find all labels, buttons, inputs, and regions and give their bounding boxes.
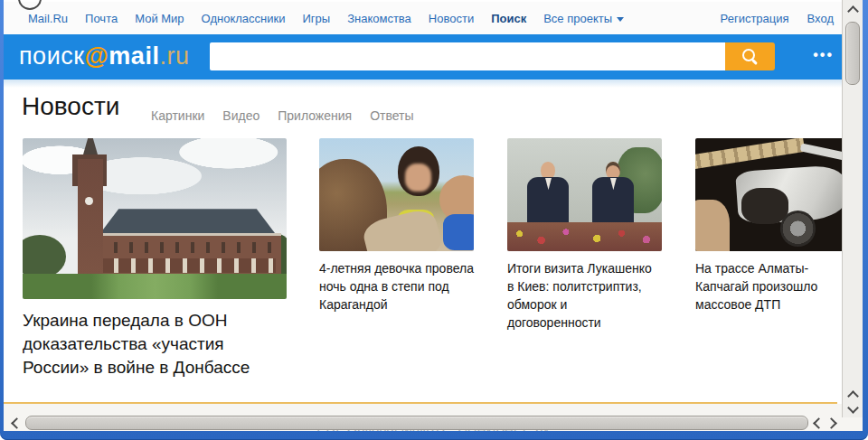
poisk-mailru-logo[interactable]: поиск@mail.ru (19, 42, 189, 71)
image-shape (545, 178, 552, 190)
image-shape (405, 164, 431, 192)
image-shape (78, 159, 103, 275)
vertical-scroll-thumb[interactable] (845, 22, 860, 85)
image-shape (507, 222, 662, 252)
article-image-crash[interactable] (695, 138, 850, 251)
tab-kartinki[interactable]: Картинки (151, 108, 204, 123)
horizontal-scroll-thumb[interactable] (25, 416, 808, 430)
image-shape (443, 214, 474, 250)
topbar-link-all-projects[interactable]: Все проекты (543, 12, 624, 25)
article-image-presidents[interactable] (507, 138, 662, 251)
image-shape (99, 209, 277, 234)
topbar-link-novosti[interactable]: Новости (429, 12, 474, 25)
page-title: Новости (22, 92, 119, 121)
topbar-link-znakomstva[interactable]: Знакомства (347, 12, 411, 25)
article-title[interactable]: Украина передала в ООН доказательства «у… (23, 309, 287, 379)
news-card: Итоги визита Лукашенко в Киев: политстри… (507, 138, 662, 332)
article-image-girl[interactable] (319, 138, 474, 251)
scroll-left-icon[interactable] (813, 417, 825, 429)
image-shape (741, 188, 788, 224)
topbar-link-moymir[interactable]: Мой Мир (135, 12, 184, 25)
vertical-scrollbar[interactable] (842, 0, 863, 417)
article-image-peace-palace[interactable] (23, 138, 287, 299)
more-menu-button[interactable]: ••• (813, 47, 834, 63)
logo-tld: .ru (159, 42, 189, 70)
topbar-nav: Mail.Ru Почта Мой Мир Одноклассники Игры… (28, 12, 624, 25)
all-projects-label: Все проекты (543, 12, 612, 25)
search-header: поиск@mail.ru ••• (4, 34, 863, 80)
image-shape (695, 138, 806, 170)
search-input[interactable] (210, 42, 725, 70)
image-shape (610, 178, 617, 190)
news-card: Украина передала в ООН доказательства «у… (23, 138, 287, 379)
image-shape (23, 274, 287, 299)
horizontal-scrollbar[interactable] (9, 415, 839, 431)
scroll-right-icon[interactable] (826, 417, 837, 429)
header-fade (4, 80, 863, 88)
news-card: На трассе Алматы-Капчагай произошло масс… (695, 138, 850, 314)
topbar-link-igry[interactable]: Игры (302, 12, 330, 25)
login-link[interactable]: Вход (807, 12, 834, 25)
image-shape (780, 211, 816, 247)
search-vertical-tabs: Картинки Видео Приложения Ответы (151, 108, 414, 123)
search-button[interactable] (725, 42, 775, 70)
article-title[interactable]: Итоги визита Лукашенко в Киев: политстри… (507, 259, 662, 332)
logo-search-word: поиск (19, 42, 85, 70)
image-shape (23, 235, 66, 278)
auth-links: Регистрация Вход (721, 12, 834, 25)
topbar-link-pochta[interactable]: Почта (85, 12, 118, 25)
logo-at-icon: @ (85, 42, 109, 70)
tab-video[interactable]: Видео (222, 108, 259, 123)
topbar-link-mailru[interactable]: Mail.Ru (28, 12, 68, 25)
page: Mail.Ru Почта Мой Мир Одноклассники Игры… (4, 0, 863, 431)
article-title[interactable]: 4-летняя девочка провела ночь одна в сте… (319, 259, 474, 314)
scroll-left-icon[interactable] (11, 417, 23, 429)
image-shape (695, 200, 730, 252)
register-link[interactable]: Регистрация (721, 12, 789, 25)
logo-brand: mail (108, 42, 159, 70)
scroll-down-icon[interactable] (847, 402, 859, 414)
chevron-down-icon (617, 17, 624, 22)
tab-prilozheniya[interactable]: Приложения (278, 108, 352, 123)
image-shape (91, 233, 281, 275)
browser-window: Mail.Ru Почта Мой Мир Одноклассники Игры… (0, 0, 868, 440)
topbar: Mail.Ru Почта Мой Мир Одноклассники Игры… (4, 2, 863, 34)
topbar-link-poisk-active[interactable]: Поиск (491, 12, 526, 25)
magnifier-icon (742, 49, 755, 61)
scroll-up-icon[interactable] (847, 5, 859, 17)
article-title[interactable]: На трассе Алматы-Капчагай произошло масс… (695, 259, 850, 314)
scroll-up-icon[interactable] (847, 390, 859, 402)
news-card: 4-летняя девочка провела ночь одна в сте… (319, 138, 474, 314)
tab-otvety[interactable]: Ответы (370, 108, 413, 123)
search-form (210, 42, 775, 70)
topbar-link-odnoklassniki[interactable]: Одноклассники (202, 12, 286, 25)
